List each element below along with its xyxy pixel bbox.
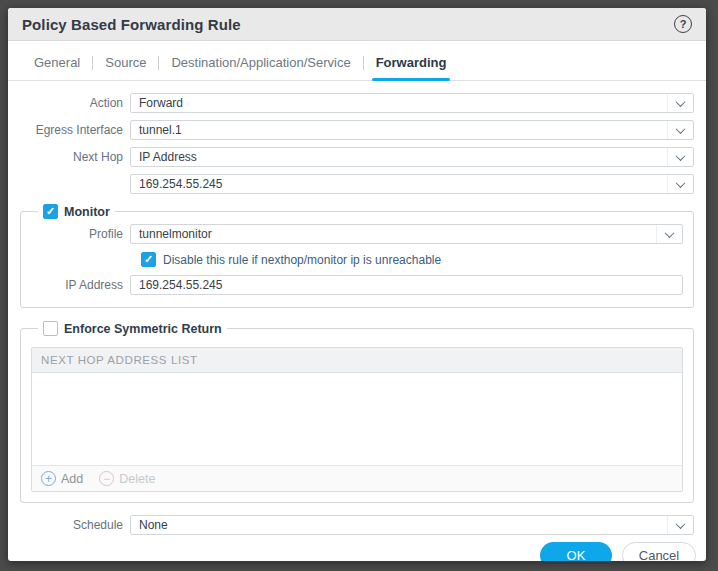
schedule-value: None bbox=[139, 518, 667, 532]
monitor-ip-row: IP Address bbox=[31, 275, 683, 295]
screen-background: Policy Based Forwarding Rule ? General S… bbox=[0, 0, 718, 571]
tab-source[interactable]: Source bbox=[105, 55, 146, 80]
next-hop-address-table: NEXT HOP ADDRESS LIST + Add − Delete bbox=[31, 347, 683, 492]
symmetric-return-group: Enforce Symmetric Return NEXT HOP ADDRES… bbox=[20, 321, 694, 503]
symmetric-return-checkbox[interactable] bbox=[43, 321, 58, 336]
chevron-down-icon bbox=[667, 175, 693, 193]
profile-label: Profile bbox=[31, 227, 123, 241]
tab-general[interactable]: General bbox=[34, 55, 80, 80]
pbf-rule-dialog: Policy Based Forwarding Rule ? General S… bbox=[8, 8, 706, 561]
delete-icon: − bbox=[99, 471, 114, 486]
monitor-checkbox[interactable]: ✓ bbox=[43, 204, 58, 219]
dialog-body: Action Forward Egress Interface tunnel.1… bbox=[8, 81, 706, 542]
table-toolbar: + Add − Delete bbox=[32, 465, 682, 491]
help-glyph: ? bbox=[680, 18, 687, 30]
egress-interface-select[interactable]: tunnel.1 bbox=[130, 120, 694, 140]
next-hop-address-list-header: NEXT HOP ADDRESS LIST bbox=[32, 348, 682, 373]
action-row: Action Forward bbox=[20, 93, 694, 113]
next-hop-address-row: 169.254.55.245 bbox=[20, 174, 694, 194]
action-label: Action bbox=[20, 96, 123, 110]
next-hop-type-select[interactable]: IP Address bbox=[130, 147, 694, 167]
dialog-footer: OK Cancel bbox=[8, 542, 706, 561]
chevron-down-icon bbox=[667, 94, 693, 112]
tab-divider bbox=[92, 56, 93, 70]
schedule-row: Schedule None bbox=[20, 515, 694, 535]
checkmark-icon: ✓ bbox=[46, 206, 55, 217]
symmetric-return-legend: Enforce Symmetric Return bbox=[38, 321, 227, 336]
profile-value: tunnelmonitor bbox=[139, 227, 656, 241]
checkmark-icon: ✓ bbox=[144, 254, 153, 265]
chevron-down-icon bbox=[667, 516, 693, 534]
monitor-legend: ✓ Monitor bbox=[38, 204, 115, 219]
action-select[interactable]: Forward bbox=[130, 93, 694, 113]
disable-rule-checkbox[interactable]: ✓ bbox=[141, 252, 156, 267]
delete-button-label: Delete bbox=[119, 472, 155, 486]
chevron-down-icon bbox=[667, 121, 693, 139]
monitor-label: Monitor bbox=[64, 205, 110, 219]
next-hop-row: Next Hop IP Address bbox=[20, 147, 694, 167]
symmetric-return-label: Enforce Symmetric Return bbox=[64, 322, 222, 336]
profile-row: Profile tunnelmonitor bbox=[31, 224, 683, 244]
next-hop-label: Next Hop bbox=[20, 150, 123, 164]
dialog-title: Policy Based Forwarding Rule bbox=[22, 16, 241, 33]
dialog-titlebar: Policy Based Forwarding Rule ? bbox=[8, 8, 706, 41]
egress-interface-value: tunnel.1 bbox=[139, 123, 667, 137]
help-icon[interactable]: ? bbox=[674, 15, 692, 33]
add-icon: + bbox=[41, 471, 56, 486]
monitor-group: ✓ Monitor Profile tunnelmonitor ✓ Disabl… bbox=[20, 204, 694, 308]
ok-button[interactable]: OK bbox=[540, 542, 612, 561]
schedule-select[interactable]: None bbox=[130, 515, 694, 535]
next-hop-type-value: IP Address bbox=[139, 150, 667, 164]
next-hop-address-select[interactable]: 169.254.55.245 bbox=[130, 174, 694, 194]
add-button-label: Add bbox=[61, 472, 83, 486]
tab-divider bbox=[158, 56, 159, 70]
tab-destination-application-service[interactable]: Destination/Application/Service bbox=[171, 55, 350, 80]
disable-rule-label: Disable this rule if nexthop/monitor ip … bbox=[163, 253, 441, 267]
profile-select[interactable]: tunnelmonitor bbox=[130, 224, 683, 244]
egress-interface-row: Egress Interface tunnel.1 bbox=[20, 120, 694, 140]
chevron-down-icon bbox=[667, 148, 693, 166]
action-value: Forward bbox=[139, 96, 667, 110]
delete-button[interactable]: − Delete bbox=[99, 471, 155, 486]
tab-bar: General Source Destination/Application/S… bbox=[8, 41, 706, 81]
add-button[interactable]: + Add bbox=[41, 471, 83, 486]
next-hop-address-list-body bbox=[32, 373, 682, 465]
tab-divider bbox=[363, 56, 364, 70]
monitor-ip-label: IP Address bbox=[31, 278, 123, 292]
next-hop-address-value: 169.254.55.245 bbox=[139, 177, 667, 191]
tab-forwarding[interactable]: Forwarding bbox=[376, 55, 447, 80]
chevron-down-icon bbox=[656, 225, 682, 243]
egress-interface-label: Egress Interface bbox=[20, 123, 123, 137]
disable-rule-row: ✓ Disable this rule if nexthop/monitor i… bbox=[141, 252, 683, 267]
cancel-button[interactable]: Cancel bbox=[622, 542, 696, 561]
schedule-label: Schedule bbox=[20, 518, 123, 532]
monitor-ip-input[interactable] bbox=[130, 275, 683, 295]
